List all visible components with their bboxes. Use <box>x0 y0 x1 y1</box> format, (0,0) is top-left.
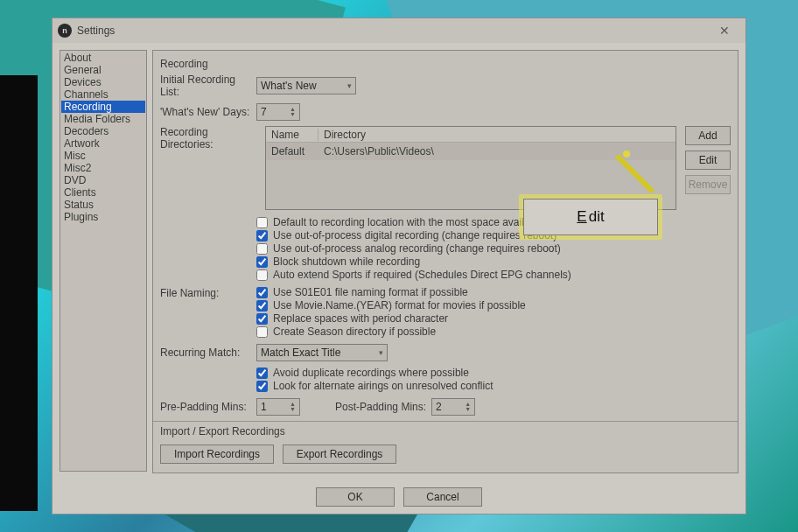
recurring-match-combo[interactable]: Match Exact Title ▾ <box>256 344 388 361</box>
table-header-name: Name <box>266 129 318 141</box>
checkbox-input-avoid-dup[interactable] <box>256 368 268 379</box>
checkbox-input-oop-analog[interactable] <box>256 243 268 255</box>
initial-recording-list-value: What's New <box>261 80 317 92</box>
checkbox-input-replace-spaces[interactable] <box>256 313 268 325</box>
initial-recording-list-combo[interactable]: What's New ▾ <box>256 77 356 94</box>
post-padding-label: Post-Padding Mins: <box>335 401 426 413</box>
remove-button[interactable]: Remove <box>685 175 731 194</box>
ok-button[interactable]: OK <box>316 487 395 507</box>
checkbox-movie-year[interactable]: Use Movie.Name.(YEAR) format for movies … <box>256 299 731 312</box>
pre-padding-value: 1 <box>261 401 267 413</box>
checkbox-label: Use out-of-process digital recording (ch… <box>273 229 556 242</box>
sidebar-item-general[interactable]: General <box>61 64 145 76</box>
initial-recording-list-label: Initial Recording List: <box>160 74 256 98</box>
checkbox-input-default-most-space[interactable] <box>256 217 268 228</box>
checkbox-input-season-dir[interactable] <box>256 326 268 338</box>
checkbox-input-movie-year[interactable] <box>256 300 268 312</box>
sidebar-item-about[interactable]: About <box>61 52 145 64</box>
whats-new-days-label: 'What's New' Days: <box>160 106 256 118</box>
app-icon: n <box>58 24 72 38</box>
checkbox-alt-airings[interactable]: Look for alternate airings on unresolved… <box>256 380 731 392</box>
recording-directories-label: Recording Directories: <box>160 126 256 210</box>
checkbox-label: Block shutdown while recording <box>273 256 420 268</box>
sidebar-item-media-folders[interactable]: Media Folders <box>61 113 145 125</box>
stepper-arrows-icon: ▲▼ <box>465 402 471 412</box>
pre-padding-stepper[interactable]: 1 ▲▼ <box>256 398 300 416</box>
table-header-directory: Directory <box>318 129 371 141</box>
sidebar-item-devices[interactable]: Devices <box>61 76 145 88</box>
checkbox-input-oop-digital[interactable] <box>256 230 268 242</box>
checkbox-oop-analog[interactable]: Use out-of-process analog recording (cha… <box>256 242 731 255</box>
table-cell-directory: C:\Users\Public\Videos\ <box>318 145 439 158</box>
file-naming-label: File Naming: <box>160 287 256 299</box>
stepper-arrows-icon: ▲▼ <box>290 402 296 412</box>
stepper-arrows-icon: ▲▼ <box>290 107 296 117</box>
highlight-dot <box>623 150 630 158</box>
checkbox-auto-extend-sports[interactable]: Auto extend Sports if required (Schedule… <box>256 269 731 281</box>
checkbox-replace-spaces[interactable]: Replace spaces with period character <box>256 312 731 325</box>
recurring-match-value: Match Exact Title <box>261 346 340 359</box>
post-padding-value: 2 <box>436 401 442 413</box>
sidebar-item-recording[interactable]: Recording <box>61 101 145 113</box>
edit-button[interactable]: Edit <box>685 150 731 170</box>
import-recordings-button[interactable]: Import Recordings <box>160 444 274 464</box>
checkbox-block-shutdown[interactable]: Block shutdown while recording <box>256 256 731 268</box>
checkbox-label: Create Season directory if possible <box>273 326 436 338</box>
checkbox-input-alt-airings[interactable] <box>256 381 268 392</box>
recording-section-title: Recording <box>160 58 731 70</box>
import-export-title: Import / Export Recordings <box>160 425 731 438</box>
sidebar-item-channels[interactable]: Channels <box>61 88 145 101</box>
whats-new-days-value: 7 <box>261 106 267 118</box>
screen-left-black-stripe <box>0 75 38 511</box>
window-title: Settings <box>77 24 709 37</box>
edit-callout: Edit <box>519 194 662 240</box>
table-cell-name: Default <box>266 145 318 158</box>
checkbox-label: Use out-of-process analog recording (cha… <box>273 242 561 255</box>
checkbox-label: Look for alternate airings on unresolved… <box>273 380 493 392</box>
sidebar-item-artwork[interactable]: Artwork <box>61 137 145 150</box>
checkbox-avoid-dup[interactable]: Avoid duplicate recordings where possibl… <box>256 367 731 379</box>
cancel-button[interactable]: Cancel <box>403 487 482 507</box>
sidebar-item-misc[interactable]: Misc <box>61 150 145 162</box>
callout-rest: dit <box>589 208 605 226</box>
pre-padding-label: Pre-Padding Mins: <box>160 401 256 413</box>
settings-window: n Settings ✕ AboutGeneralDevicesChannels… <box>52 18 746 514</box>
sidebar-item-clients[interactable]: Clients <box>61 186 145 199</box>
checkbox-season-dir[interactable]: Create Season directory if possible <box>256 326 731 338</box>
checkbox-label: Avoid duplicate recordings where possibl… <box>273 367 469 379</box>
checkbox-input-block-shutdown[interactable] <box>256 256 268 268</box>
checkbox-s01e01[interactable]: Use S01E01 file naming format if possibl… <box>256 286 731 298</box>
sidebar-item-plugins[interactable]: Plugins <box>61 211 145 223</box>
checkbox-input-s01e01[interactable] <box>256 287 268 298</box>
chevron-down-icon: ▾ <box>379 348 383 357</box>
callout-mnemonic: E <box>577 208 586 226</box>
whats-new-days-stepper[interactable]: 7 ▲▼ <box>256 103 300 121</box>
checkbox-input-auto-extend-sports[interactable] <box>256 270 268 281</box>
post-padding-stepper[interactable]: 2 ▲▼ <box>431 398 475 416</box>
sidebar-item-status[interactable]: Status <box>61 199 145 211</box>
checkbox-label: Default to recording location with the m… <box>273 216 544 228</box>
sidebar-item-misc2[interactable]: Misc2 <box>61 162 145 174</box>
titlebar: n Settings ✕ <box>52 18 746 43</box>
checkbox-label: Replace spaces with period character <box>273 312 448 325</box>
settings-nav-list[interactable]: AboutGeneralDevicesChannelsRecordingMedi… <box>60 50 147 472</box>
sidebar-item-decoders[interactable]: Decoders <box>61 125 145 137</box>
recurring-match-label: Recurring Match: <box>160 346 256 359</box>
settings-panel-recording: Recording Initial Recording List: What's… <box>152 50 738 473</box>
chevron-down-icon: ▾ <box>347 81 352 90</box>
export-recordings-button[interactable]: Export Recordings <box>283 444 396 464</box>
add-button[interactable]: Add <box>685 126 731 145</box>
checkbox-label: Auto extend Sports if required (Schedule… <box>273 269 571 281</box>
sidebar-item-dvd[interactable]: DVD <box>61 174 145 186</box>
checkbox-label: Use Movie.Name.(YEAR) format for movies … <box>273 299 526 312</box>
close-icon[interactable]: ✕ <box>709 24 740 38</box>
checkbox-label: Use S01E01 file naming format if possibl… <box>273 286 468 298</box>
